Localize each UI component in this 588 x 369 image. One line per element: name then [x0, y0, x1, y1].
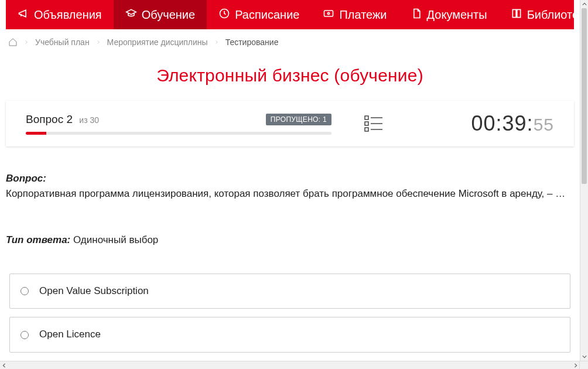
scrollbar-thumb[interactable] — [582, 8, 587, 184]
graduation-cap-icon — [125, 8, 137, 22]
timer: 00:39:55 — [471, 111, 554, 136]
nav-label: Обучение — [142, 8, 195, 22]
nav-item-payments[interactable]: Платежи — [311, 0, 398, 29]
document-icon — [411, 8, 422, 22]
question-list-button[interactable] — [364, 115, 383, 132]
scroll-right-icon[interactable] — [572, 361, 580, 369]
svg-point-2 — [328, 12, 330, 14]
home-icon[interactable] — [8, 37, 18, 47]
nav-label: Библиотека — [527, 8, 580, 22]
top-nav: Объявления Обучение Расписание — [6, 0, 574, 29]
scroll-left-icon[interactable] — [0, 361, 8, 369]
timer-seconds: 55 — [534, 115, 554, 135]
status-card: Вопрос 2 из 30 ПРОПУЩЕНО: 1 — [6, 101, 574, 146]
chevron-right-icon — [23, 39, 29, 45]
svg-rect-7 — [365, 128, 368, 131]
scroll-down-icon[interactable] — [580, 353, 588, 361]
nav-item-learning[interactable]: Обучение — [114, 0, 207, 29]
option-label: Open Licence — [39, 327, 101, 342]
nav-item-documents[interactable]: Документы — [399, 0, 499, 29]
svg-rect-1 — [324, 11, 333, 16]
question-text: Корпоративная программа лицензирования, … — [6, 186, 574, 201]
breadcrumb-item-current: Тестирование — [225, 37, 279, 47]
question-counter: Вопрос 2 из 30 — [26, 113, 99, 126]
nav-item-schedule[interactable]: Расписание — [207, 0, 311, 29]
payment-icon — [323, 8, 334, 22]
option-item[interactable]: Open Licence — [9, 317, 570, 352]
vertical-scrollbar[interactable] — [580, 0, 588, 361]
scroll-up-icon[interactable] — [580, 0, 588, 8]
progress-bar — [26, 132, 331, 135]
svg-rect-3 — [365, 116, 368, 119]
breadcrumb-item[interactable]: Мероприятие дисциплины — [107, 37, 208, 47]
clock-icon — [218, 8, 230, 22]
horizontal-scrollbar[interactable] — [0, 361, 588, 369]
book-icon — [511, 8, 522, 22]
chevron-right-icon — [95, 39, 101, 45]
chevron-right-icon — [214, 39, 220, 45]
nav-label: Расписание — [235, 8, 299, 22]
answer-type-value: Одиночный выбор — [73, 234, 158, 245]
megaphone-icon — [18, 8, 29, 22]
nav-item-library[interactable]: Библиотека — [499, 0, 580, 29]
nav-label: Документы — [427, 8, 487, 22]
answer-type-label: Тип ответа: — [6, 234, 70, 245]
nav-item-announcements[interactable]: Объявления — [6, 0, 114, 29]
page-title: Электронный бизнес (обучение) — [6, 53, 574, 101]
question-number: 2 — [66, 113, 73, 125]
nav-label: Платежи — [339, 8, 387, 22]
svg-rect-5 — [365, 122, 368, 125]
option-item[interactable]: Open Value Subscription — [9, 274, 570, 309]
timer-main: 00:39: — [471, 111, 534, 136]
question-block: Вопрос: — [6, 171, 574, 186]
nav-label: Объявления — [34, 8, 102, 22]
question-word: Вопрос — [26, 113, 63, 125]
breadcrumb-item[interactable]: Учебный план — [35, 37, 90, 47]
option-radio[interactable] — [20, 331, 29, 339]
progress-fill — [26, 132, 46, 135]
of-word: из — [79, 115, 87, 125]
question-total: 30 — [90, 115, 99, 125]
breadcrumb: Учебный план Мероприятие дисциплины Тест… — [6, 29, 574, 53]
answer-type: Тип ответа: Одиночный выбор — [6, 233, 574, 248]
option-label: Open Value Subscription — [39, 283, 149, 299]
options-list: Open Value Subscription Open Licence — [6, 274, 574, 361]
question-label: Вопрос: — [6, 173, 46, 184]
option-radio[interactable] — [20, 287, 29, 295]
skipped-badge: ПРОПУЩЕНО: 1 — [266, 114, 331, 125]
